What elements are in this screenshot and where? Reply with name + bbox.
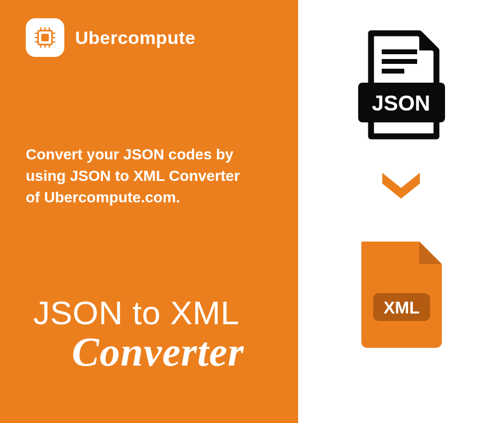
- brand-row: Ubercompute: [26, 18, 272, 57]
- description-text: Convert your JSON codes by using JSON to…: [26, 144, 256, 208]
- title-line-2: Converter: [72, 329, 272, 375]
- json-file-graphic: JSON: [352, 30, 450, 142]
- title-block: JSON to XML Converter: [26, 294, 272, 375]
- svg-rect-1: [41, 34, 49, 41]
- brand-logo-badge: [26, 18, 64, 57]
- down-arrow-graphic: [379, 170, 423, 201]
- xml-label-text: XML: [383, 298, 420, 317]
- left-panel: Ubercompute Convert your JSON codes by u…: [0, 0, 298, 423]
- json-file-icon: JSON: [352, 30, 450, 142]
- svg-rect-14: [382, 49, 417, 54]
- chevron-down-icon: [379, 170, 423, 201]
- xml-file-icon: XML: [354, 234, 448, 351]
- right-column: JSON XML: [298, 0, 504, 423]
- svg-rect-16: [382, 69, 404, 74]
- cpu-icon: [33, 25, 57, 50]
- title-line-1: JSON to XML: [33, 294, 272, 332]
- brand-name: Ubercompute: [75, 27, 196, 48]
- json-label-text: JSON: [372, 91, 431, 115]
- xml-file-graphic: XML: [354, 234, 448, 351]
- svg-rect-15: [382, 59, 417, 64]
